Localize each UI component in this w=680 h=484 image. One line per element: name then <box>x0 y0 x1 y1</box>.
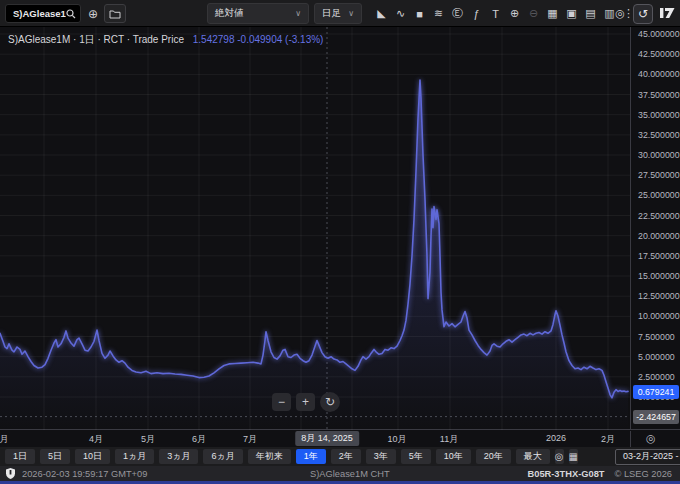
text-tool-icon[interactable]: T <box>486 4 505 24</box>
toolbar-right-icons: ◎ ↺ <box>611 0 677 27</box>
range-target-icon[interactable]: ◎ <box>555 449 564 464</box>
range-button-1日[interactable]: 1日 <box>5 449 35 464</box>
x-axis-label[interactable]: 2月 <box>601 433 615 446</box>
range-button-3年[interactable]: 3年 <box>366 449 396 464</box>
top-toolbar: S)AGlease1M ⊕ 絶対値 ∨ 日足 ∨ ◣∿■≋ⒺƒT⊕⊖▦▣▤▥⋮ … <box>0 0 680 27</box>
scale-mode-value: 絶対値 <box>215 7 244 20</box>
range-button-2年[interactable]: 2年 <box>331 449 361 464</box>
symbol-search-input[interactable]: S)AGlease1M <box>5 4 81 23</box>
search-icon <box>66 9 76 19</box>
legend-series-text: S)AGlease1M · 1日 · RCT · Trade Price <box>8 34 184 45</box>
range-grid-icon[interactable]: ▦ <box>569 449 578 464</box>
y-axis-label: 30.000000 <box>638 150 680 160</box>
chevron-down-icon: ∨ <box>295 9 301 18</box>
range-button-3ヵ月[interactable]: 3ヵ月 <box>159 449 198 464</box>
range-button-年初来[interactable]: 年初来 <box>248 449 291 464</box>
y-axis-label: 27.500000 <box>638 170 680 180</box>
price-axis[interactable]: 0.0000002.5000005.0000007.50000010.00000… <box>630 27 680 430</box>
legend-values: 1.542798 -0.049904 (-3.13%) <box>193 34 324 45</box>
y-axis-label: 15.000000 <box>638 271 680 281</box>
scale-mode-dropdown[interactable]: 絶対値 ∨ <box>207 3 309 24</box>
layers-icon[interactable]: ■ <box>410 4 429 24</box>
time-axis[interactable]: 月4月5月6月7月月10月11月20262月8月 14, 2025 ◎ <box>0 431 680 447</box>
tradingview-logo-icon[interactable] <box>657 4 677 24</box>
zoom-out-icon[interactable]: ⊖ <box>524 4 543 24</box>
table-icon[interactable]: ▦ <box>543 4 562 24</box>
last-price-badge: 0.679241 <box>633 385 679 399</box>
x-axis-label[interactable]: 5月 <box>141 433 155 446</box>
status-bar: 2026-02-03 19:59:17 GMT+09 S)AGlease1M C… <box>0 466 680 481</box>
y-axis-label: 40.000000 <box>638 69 680 79</box>
indicator-icon[interactable]: ƒ <box>467 4 486 24</box>
y-axis-label: 42.500000 <box>638 49 680 59</box>
chart-legend[interactable]: S)AGlease1M · 1日 · RCT · Trade Price 1.5… <box>8 33 323 47</box>
range-button-5年[interactable]: 5年 <box>401 449 431 464</box>
add-symbol-button[interactable]: ⊕ <box>84 4 102 23</box>
status-copyright: © LSEG 2026 <box>614 469 672 479</box>
y-axis-label: 2.500000 <box>638 372 675 382</box>
zoom-in-button[interactable]: + <box>296 393 315 411</box>
price-chart-canvas[interactable]: − + ↻ <box>0 27 630 430</box>
x-axis-label[interactable]: 月 <box>0 433 9 446</box>
y-axis-label: 17.500000 <box>638 251 680 261</box>
y-axis-label: 5.000000 <box>638 352 675 362</box>
y-axis-label: 12.500000 <box>638 291 680 301</box>
interval-dropdown[interactable]: 日足 ∨ <box>314 3 362 24</box>
reset-icon: ↺ <box>638 7 648 21</box>
chart-application-window: S)AGlease1M ⊕ 絶対値 ∨ 日足 ∨ ◣∿■≋ⒺƒT⊕⊖▦▣▤▥⋮ … <box>0 0 680 484</box>
range-button-10日[interactable]: 10日 <box>75 449 110 464</box>
status-chart-name: S)AGlease1M CHT <box>310 469 390 479</box>
y-axis-label: 22.500000 <box>638 211 680 221</box>
events-icon[interactable]: Ⓔ <box>448 4 467 24</box>
price-area-fill <box>0 80 628 430</box>
y-axis-label: 35.000000 <box>638 110 680 120</box>
crosshair-date-tooltip: 8月 14, 2025 <box>295 431 359 446</box>
zoom-in-icon[interactable]: ⊕ <box>505 4 524 24</box>
range-button-5日[interactable]: 5日 <box>40 449 70 464</box>
panel-icon[interactable]: ▤ <box>581 4 600 24</box>
x-axis-label[interactable]: 11月 <box>440 433 458 446</box>
save-layout-icon[interactable]: ▣ <box>562 4 581 24</box>
range-button-最大[interactable]: 最大 <box>516 449 550 464</box>
x-axis-label[interactable]: 2026 <box>546 433 566 443</box>
x-axis-label[interactable]: 6月 <box>192 433 206 446</box>
axis-corner-separator <box>630 431 631 447</box>
range-toolbar: 1日5日10日1ヵ月3ヵ月6ヵ月年初来1年2年3年5年10年20年最大◎▦03-… <box>0 447 680 466</box>
x-axis-label[interactable]: 10月 <box>387 433 406 446</box>
chart-style-icon[interactable]: ∿ <box>391 4 410 24</box>
open-layout-button[interactable] <box>104 4 126 23</box>
range-button-20年[interactable]: 20年 <box>476 449 511 464</box>
range-button-10年[interactable]: 10年 <box>436 449 471 464</box>
range-button-1年[interactable]: 1年 <box>296 449 326 464</box>
area-chart-icon[interactable]: ◣ <box>372 4 391 24</box>
y-axis-label: 7.500000 <box>638 332 675 342</box>
add-symbol-icon: ⊕ <box>88 7 98 21</box>
date-range-text: 03-2月-2025 - 03-2月-2026 <box>623 450 680 463</box>
y-axis-label: 45.000000 <box>638 29 680 39</box>
range-button-1ヵ月[interactable]: 1ヵ月 <box>115 449 154 464</box>
y-axis-label: 25.000000 <box>638 190 680 200</box>
y-axis-label: 37.500000 <box>638 90 680 100</box>
reset-chart-button[interactable]: ↺ <box>633 4 653 24</box>
x-axis-label[interactable]: 4月 <box>89 433 103 446</box>
date-range-picker[interactable]: 03-2月-2025 - 03-2月-2026⊞ <box>615 449 680 465</box>
range-button-6ヵ月[interactable]: 6ヵ月 <box>203 449 242 464</box>
interval-value: 日足 <box>322 7 341 20</box>
y-axis-label: 10.000000 <box>638 311 680 321</box>
axis-settings-icon[interactable]: ◎ <box>646 432 656 445</box>
status-code: B05R-3THX-G08T <box>528 469 605 479</box>
x-axis-label[interactable]: 7月 <box>243 433 257 446</box>
crosshair-price-badge: -2.424657 <box>633 410 679 424</box>
zoom-reset-button[interactable]: ↻ <box>320 392 340 412</box>
symbol-text: S)AGlease1M <box>13 8 66 19</box>
chart-tool-icons: ◣∿■≋ⒺƒT⊕⊖▦▣▤▥⋮ <box>372 0 638 27</box>
chevron-down-icon: ∨ <box>348 9 354 18</box>
settings-icon[interactable]: ◎ <box>611 4 629 24</box>
folder-icon <box>109 9 121 19</box>
y-axis-label: 20.000000 <box>638 231 680 241</box>
zoom-out-button[interactable]: − <box>272 393 291 411</box>
shield-icon <box>6 468 15 479</box>
compare-waves-icon[interactable]: ≋ <box>429 4 448 24</box>
status-right: B05R-3THX-G08T© LSEG 2026 <box>528 469 673 479</box>
chart-region: S)AGlease1M · 1日 · RCT · Trade Price 1.5… <box>0 27 680 431</box>
